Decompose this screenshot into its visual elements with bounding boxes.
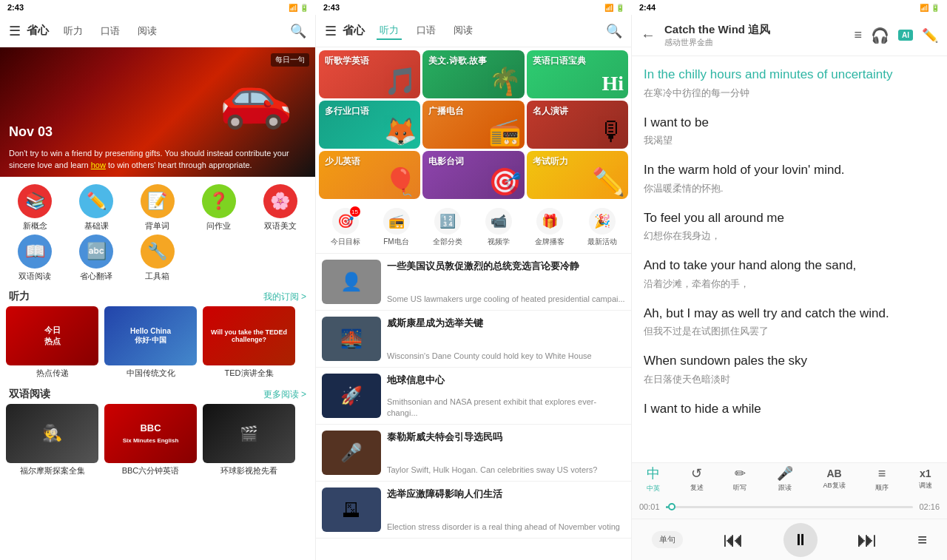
qa-icon-quanbu: 🔢 (434, 208, 461, 235)
lyric-en-7: I want to hide a while (644, 399, 935, 419)
icon-label-jichuke: 基础课 (84, 220, 109, 232)
icon-label-xingnian: 新概念 (23, 220, 47, 232)
news-item-4[interactable]: 🗳 选举应激障碍影响人们生活 Election stress disorder … (316, 482, 631, 539)
icons-panel1: 📶 🔋 (289, 4, 309, 12)
news-desc-0: Some US lawmakers urge cooling of heated… (387, 294, 625, 304)
cat-mingren[interactable]: 名人演讲 🎙 (527, 101, 628, 149)
news-desc-1: Wisconsin's Dane County could hold key t… (387, 351, 625, 361)
icon-gongjuxiang[interactable]: 🔧 工具箱 (129, 235, 187, 282)
edit-icon[interactable]: ✏️ (922, 27, 938, 44)
nav-yuedu-panel2[interactable]: 阅读 (451, 22, 476, 40)
sentence-label: 单句 (659, 535, 675, 544)
thumb-img-huanqiu: 🎬 (203, 404, 295, 463)
cat-emoji-tingge: 🎵 (384, 66, 417, 97)
nav-bar-panel2: ☰ 省心 听力 口语 阅读 🔍 (316, 15, 631, 47)
toolbar-shunxu[interactable]: ≡ 顺序 (875, 466, 889, 493)
toolbar-gengdu[interactable]: 🎤 跟读 (777, 465, 793, 493)
sentence-mode-button[interactable]: 单句 (652, 531, 683, 548)
playlist-button[interactable]: ≡ (917, 530, 927, 550)
qa-quanbu[interactable]: 🔢 全部分类 (433, 208, 462, 247)
icon-shuangmeiwen[interactable]: 🌸 双语美文 (251, 184, 309, 232)
cat-emoji-guangbo: 📻 (488, 116, 522, 147)
news-item-3[interactable]: 🎤 泰勒斯威夫特会引导选民吗 Taylor Swift, Hulk Hogan.… (316, 425, 631, 482)
nav-kouyu-panel2[interactable]: 口语 (414, 22, 439, 40)
menu-icon-panel2[interactable]: ☰ (325, 23, 337, 39)
icon-shuangyuedu[interactable]: 📖 双语阅读 (6, 235, 64, 282)
section-listening-link[interactable]: 我的订阅 > (263, 291, 306, 303)
qa-video[interactable]: 📹 视频学 (485, 208, 512, 247)
icon-wenzuoye[interactable]: ❓ 问作业 (189, 184, 248, 232)
toolbar-ab[interactable]: AB AB复读 (823, 468, 846, 490)
qa-jinri[interactable]: 🎯 15 今日目标 (331, 208, 360, 247)
search-icon-panel2[interactable]: 🔍 (606, 23, 622, 39)
cat-guangbo[interactable]: 广播电台 📻 (422, 101, 524, 149)
news-content-2: 地球信息中心 Smithsonian and NASA present exhi… (387, 374, 625, 418)
toolbar-zhongying[interactable]: 中 中英 (647, 465, 660, 493)
cat-label-dianying: 电影台词 (428, 155, 464, 168)
toolbar-fushu[interactable]: ↺ 复述 (690, 465, 704, 493)
next-button[interactable]: ⏭ (857, 527, 877, 552)
icon-xingnian[interactable]: 📚 新概念 (6, 184, 64, 232)
nav-kouyu-panel1[interactable]: 口语 (98, 23, 123, 39)
cat-tingge[interactable]: 听歌学英语 🎵 (319, 50, 420, 98)
thumb-huanqiu[interactable]: 🎬 环球影视抢先看 (203, 404, 295, 476)
cat-kouyu[interactable]: 英语口语宝典 Hi (527, 50, 628, 98)
back-button[interactable]: ← (641, 27, 656, 44)
time-current: 00:01 (639, 502, 660, 511)
icon-beidan[interactable]: 📝 背单词 (129, 184, 187, 232)
thumb-redian[interactable]: 今日热点 热点传递 (6, 306, 98, 379)
lyric-en-0: In the chilly hours and minutes of uncer… (644, 65, 935, 84)
qa-label-video: 视频学 (488, 237, 510, 247)
news-title-1: 威斯康星成为选举关键 (387, 317, 625, 330)
icon-jichuke[interactable]: ✏️ 基础课 (67, 184, 126, 232)
qa-jinpai[interactable]: 🎁 金牌播客 (535, 208, 565, 247)
nav-tingli-panel2[interactable]: 听力 (377, 22, 402, 40)
qa-icon-jinpai: 🎁 (536, 208, 563, 235)
thumb-bbc[interactable]: BBCSix Minutes English BBC六分钟英语 (104, 404, 197, 476)
qa-label-jinpai: 金牌播客 (535, 237, 565, 247)
progress-dot (668, 503, 675, 510)
news-item-0[interactable]: 👤 一些美国议员敦促激烈的总统竞选言论要冷静 Some US lawmakers… (316, 254, 631, 311)
cat-dianying[interactable]: 电影台词 🎯 (422, 151, 524, 199)
lyric-en-5: Ah, but I may as well try and catch the … (644, 304, 935, 323)
thumb-img-bbc: BBCSix Minutes English (104, 404, 197, 463)
cat-meiwen[interactable]: 美文.诗歌.故事 🌴 (422, 50, 524, 98)
thumb-chuantong[interactable]: Hello China你好·中国 中国传统文化 (104, 306, 197, 379)
toolbar-tingxie[interactable]: ✏ 听写 (733, 465, 747, 493)
headphone-button[interactable]: 🎧 (871, 27, 889, 44)
lyric-block-2: In the warm hold of your lovin' mind. 你温… (644, 161, 935, 195)
lyric-zh-1: 我渴望 (644, 134, 935, 147)
list-icon-button[interactable]: ≡ (854, 27, 862, 43)
qa-zuixin[interactable]: 🎉 最新活动 (587, 208, 617, 247)
cat-duohy[interactable]: 多行业口语 🦊 (319, 101, 420, 149)
news-item-2[interactable]: 🚀 地球信息中心 Smithsonian and NASA present ex… (316, 368, 631, 425)
news-item-1[interactable]: 🌉 威斯康星成为选举关键 Wisconsin's Dane County cou… (316, 311, 631, 368)
thumb-fuermo[interactable]: 🕵 福尔摩斯探案全集 (6, 404, 98, 476)
lyric-block-7: I want to hide a while (644, 399, 935, 419)
nav-tingli-panel1[interactable]: 听力 (61, 23, 86, 39)
qa-fm[interactable]: 📻 FM电台 (383, 208, 410, 247)
play-pause-button[interactable]: ⏸ (783, 523, 818, 557)
cat-kaoshi[interactable]: 考试听力 ✏️ (527, 151, 628, 199)
qa-label-zuixin: 最新活动 (587, 237, 617, 247)
menu-icon-panel1[interactable]: ☰ (9, 23, 21, 39)
icon-circle-fanyi: 🔤 (79, 235, 113, 269)
thumb-label-huanqiu: 环球影视抢先看 (203, 465, 295, 476)
toolbar-tiaoshu[interactable]: x1 调速 (919, 468, 932, 490)
cat-label-guangbo: 广播电台 (428, 105, 464, 118)
news-thumb-1: 🌉 (322, 317, 381, 361)
time-total: 02:16 (919, 502, 940, 511)
nav-items-panel1: 听力 口语 阅读 (61, 23, 290, 39)
nav-yuedu-panel1[interactable]: 阅读 (135, 23, 160, 39)
progress-track[interactable] (666, 506, 914, 508)
lyrics-area: In the chilly hours and minutes of uncer… (632, 56, 947, 462)
hero-highlight: how (91, 161, 106, 169)
section-reading-link[interactable]: 更多阅读 > (263, 388, 306, 401)
ai-button[interactable]: AI (898, 30, 913, 41)
prev-button[interactable]: ⏮ (723, 527, 744, 552)
player-title-area: Catch the Wind 追风 感动世界金曲 (664, 23, 854, 48)
thumb-ted[interactable]: Will you take the TEDEd challenge? TED演讲… (203, 306, 295, 379)
search-icon-panel1[interactable]: 🔍 (290, 23, 306, 39)
icon-fanyi[interactable]: 🔤 省心翻译 (67, 235, 126, 282)
cat-shaoer[interactable]: 少儿英语 🎈 (319, 151, 420, 199)
